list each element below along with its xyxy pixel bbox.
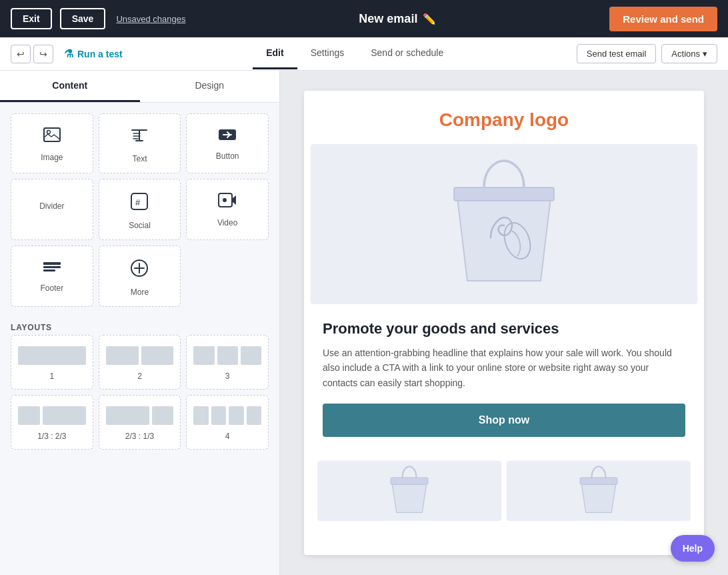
tab-send-or-schedule[interactable]: Send or schedule — [357, 38, 457, 69]
unsaved-changes-link[interactable]: Unsaved changes — [116, 14, 185, 24]
exit-button[interactable]: Exit — [11, 8, 52, 29]
blocks-grid: Image Text Button Divid — [0, 103, 279, 318]
svg-text:#: # — [135, 197, 141, 207]
undo-redo-group: ↩ ↪ — [11, 45, 53, 63]
panel-tab-content[interactable]: Content — [0, 71, 140, 102]
svg-marker-21 — [581, 482, 617, 513]
run-test-button[interactable]: ⚗ Run a test — [64, 47, 123, 60]
layout-4[interactable]: 4 — [186, 395, 269, 450]
svg-rect-0 — [44, 128, 60, 141]
secondary-actions: Send test email Actions ▾ — [577, 44, 717, 63]
secondary-nav: ↩ ↪ ⚗ Run a test Edit Settings Send or s… — [0, 37, 728, 71]
block-button-label: Button — [216, 151, 239, 161]
email-logo-section: Company logo — [304, 91, 704, 144]
email-title: New email ✏️ — [193, 12, 601, 26]
redo-button[interactable]: ↪ — [33, 45, 53, 63]
svg-marker-19 — [392, 482, 427, 513]
footer-icon — [43, 259, 61, 277]
layout-1-visual — [18, 346, 86, 365]
block-divider[interactable]: Divider — [11, 179, 93, 240]
email-cta-button[interactable]: Shop now — [323, 404, 685, 437]
email-body-text: Use an attention-grabbing headline that … — [323, 346, 685, 390]
email-footer-col-2 — [507, 461, 691, 521]
layout-4-visual — [193, 406, 261, 425]
save-button[interactable]: Save — [60, 8, 106, 29]
panel-tab-design[interactable]: Design — [140, 71, 280, 102]
svg-rect-20 — [391, 478, 428, 485]
svg-rect-17 — [454, 187, 554, 201]
left-panel: Content Design Image Text — [0, 71, 280, 575]
block-video-label: Video — [217, 218, 237, 227]
block-video[interactable]: Video — [186, 179, 269, 240]
undo-button[interactable]: ↩ — [11, 45, 31, 63]
actions-button[interactable]: Actions ▾ — [661, 44, 717, 63]
layouts-section-title: LAYOUTS — [0, 318, 279, 335]
email-footer-col-1 — [317, 461, 501, 521]
layout-4-label: 4 — [225, 432, 230, 441]
block-footer[interactable]: Footer — [11, 245, 93, 307]
block-social[interactable]: # Social — [99, 179, 181, 240]
svg-rect-11 — [43, 269, 55, 271]
tab-settings[interactable]: Settings — [297, 38, 358, 69]
svg-point-9 — [223, 198, 227, 202]
block-text[interactable]: Text — [99, 113, 181, 173]
more-icon — [131, 259, 148, 281]
preview-area: Company logo — [280, 71, 728, 575]
svg-rect-12 — [43, 262, 61, 265]
block-text-label: Text — [132, 154, 147, 163]
layout-2-3-1-3-label: 2/3 : 1/3 — [125, 432, 154, 441]
layout-2[interactable]: 2 — [99, 335, 181, 390]
layout-1-3-2-3[interactable]: 1/3 : 2/3 — [11, 395, 93, 450]
image-icon — [43, 127, 61, 146]
layout-2-label: 2 — [137, 372, 142, 381]
review-send-button[interactable]: Review and send — [609, 7, 717, 31]
nav-tabs: Edit Settings Send or schedule — [133, 38, 577, 69]
top-header: Exit Save Unsaved changes New email ✏️ R… — [0, 0, 728, 37]
chevron-down-icon: ▾ — [703, 49, 707, 59]
layout-2-3-1-3-visual — [106, 406, 174, 425]
edit-title-icon[interactable]: ✏️ — [423, 13, 436, 25]
layout-1[interactable]: 1 — [11, 335, 93, 390]
layout-3-label: 3 — [225, 372, 230, 381]
text-icon — [131, 127, 148, 147]
svg-rect-22 — [580, 478, 617, 485]
block-image[interactable]: Image — [11, 113, 93, 173]
svg-point-1 — [47, 131, 50, 134]
layouts-grid: 1 2 3 — [0, 335, 279, 460]
block-more-label: More — [131, 288, 149, 297]
flask-icon: ⚗ — [64, 47, 73, 60]
layout-1-3-2-3-visual — [18, 406, 86, 425]
send-test-email-button[interactable]: Send test email — [577, 44, 657, 63]
layout-3-visual — [193, 346, 261, 365]
email-preview: Company logo — [304, 91, 704, 555]
layout-2-3-1-3[interactable]: 2/3 : 1/3 — [99, 395, 181, 450]
email-logo-text: Company logo — [317, 109, 691, 131]
panel-tabs: Content Design — [0, 71, 279, 103]
block-button[interactable]: Button — [186, 113, 269, 173]
block-divider-label: Divider — [39, 201, 64, 211]
email-hero-image — [311, 144, 697, 304]
layout-1-3-2-3-label: 1/3 : 2/3 — [37, 432, 66, 441]
layout-3[interactable]: 3 — [186, 335, 269, 390]
help-button[interactable]: Help — [671, 535, 715, 562]
social-icon: # — [131, 193, 148, 214]
block-footer-label: Footer — [40, 283, 63, 293]
block-social-label: Social — [129, 221, 151, 230]
button-icon — [218, 127, 237, 145]
email-footer-section — [311, 450, 697, 521]
main-area: Content Design Image Text — [0, 71, 728, 575]
block-image-label: Image — [41, 153, 63, 162]
tab-edit[interactable]: Edit — [253, 38, 297, 69]
email-content-section: Promote your goods and services Use an a… — [304, 304, 704, 450]
svg-rect-10 — [43, 266, 61, 268]
block-more[interactable]: More — [99, 245, 181, 307]
video-icon — [218, 193, 237, 211]
email-headline: Promote your goods and services — [323, 320, 685, 338]
layout-2-visual — [106, 346, 174, 365]
layout-1-label: 1 — [49, 372, 54, 381]
